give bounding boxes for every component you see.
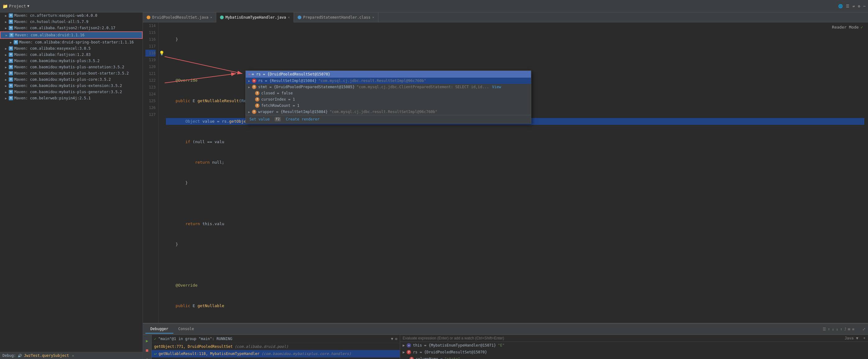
sidebar-item-label: Maven: com.baomidou:mybatis-plus-generat… [14,90,122,94]
arrow-icon: ▶ [5,59,7,63]
watch-item-this[interactable]: ▶ = this = {MybatisEnumTypeHandler@15071… [400,342,868,349]
tab-label-prepared: PreparedStatementHandler.class [303,15,371,20]
debug-icon-7[interactable]: ⊞ [848,327,850,331]
tab-mybatis[interactable]: MybatisEnumTypeHandler.java ✕ [216,12,294,22]
field-icon-rs: ∞ [252,78,256,83]
maven-icon: M [9,53,13,57]
sidebar-item-mybatis-plus[interactable]: ▶ M Maven: com.baomidou:mybatis-plus:3.5… [0,58,143,64]
stack-item-getnullable-49[interactable]: getNullableResult:49, MybatisEnumTypeHan… [152,357,400,359]
tab-close-druid[interactable]: ✕ [210,15,212,19]
status-text: "main"@1 in group "main": RUNNING [158,337,232,341]
watch-icon-this: = [407,343,411,348]
code-line-114: } [166,36,864,43]
step-over-icon[interactable]: ⬇ [144,356,151,359]
eval-input[interactable] [403,336,842,340]
sidebar-item-label: Maven: com.baomidou:mybatis-plus-extensi… [14,84,122,88]
stack-item-getobject[interactable]: getObject:771, DruidPooledResultSet (com… [152,343,400,350]
sidebar-item-mybatis-plus-boot[interactable]: ▶ M Maven: com.baomidou:mybatis-plus-boo… [0,70,143,76]
expand-arrow[interactable]: ▶ [403,343,405,348]
expand-arrow[interactable]: ▶ [248,110,250,114]
debug-icon-4[interactable]: ↓ [836,327,838,331]
arrow-icon: ▶ [5,26,7,30]
view-link[interactable]: View [492,85,501,89]
expand-arrow[interactable]: ▶ [248,79,250,83]
sidebar-item-mybatis-plus-gen[interactable]: ▶ M Maven: com.baomidou:mybatis-plus-gen… [0,89,143,95]
tab-druid[interactable]: DruidPooledResultSet.java ✕ [143,12,216,22]
debug-tabs-bar: Debugger Console ☰ ↑ ↓ ↓ ↑ ⤴ ⊞ ≡ ⤢ [143,324,868,335]
eval-dropdown[interactable]: ▼ [856,336,858,340]
tab-debugger[interactable]: Debugger [145,325,173,333]
tooltip-row-wrapper[interactable]: ▶ f wrapper = {ResultSetImpl@15084} "com… [246,109,531,115]
sidebar-item-druid-spring[interactable]: ▶ M Maven: com.alibaba:druid-spring-boot… [0,39,143,45]
expand-arrow[interactable]: ▶ [248,86,250,89]
project-label[interactable]: 📁 Project ▼ [2,4,29,9]
menu-icon[interactable]: ⋯ [863,4,866,8]
sidebar-item-druid-highlighted[interactable]: ▶ M Maven: com.alibaba:druid:1.1.16 [0,31,143,39]
sidebar-item-hutool[interactable]: ▶ M Maven: cn.hutool:hutool-all:5.7.9 [0,19,143,25]
resume-icon[interactable]: ▶ [144,337,151,344]
stack-method: getObject:771, DruidPooledResultSet [154,345,233,349]
sidebar-item-easyexcel[interactable]: ▶ M Maven: com.alibaba:easyexcel:3.0.5 [0,45,143,52]
debug-icon-6[interactable]: ⤴ [844,327,846,331]
code-line-119: if (null == valu [166,138,864,145]
settings-icon[interactable]: ⚙ [858,4,860,8]
tooltip-row-closed[interactable]: f closed = false [246,90,531,96]
sidebar-item-easypoi[interactable]: ▶ M Maven: cn.afterturn:easypoi-web:4.0.… [0,12,143,19]
sidebar-item-label: Maven: com.belerweb:pinyin4j:2.5.1 [14,96,91,100]
watch-value-this: "E" [498,343,505,348]
sidebar-item-fastjson[interactable]: ▶ M Maven: com.alibaba:fastjson:1.2.83 [0,52,143,58]
debug-icon-3[interactable]: ↓ [832,327,834,331]
code-line-120: return null; [166,159,864,166]
filter-icon[interactable]: ▼ [391,337,393,341]
set-value-btn[interactable]: Set value [249,117,270,122]
watch-item-columnname[interactable]: P columnName = "state" [400,356,868,359]
create-renderer-btn[interactable]: Create renderer [286,117,319,122]
debug-icon-8[interactable]: ≡ [852,327,854,331]
sidebar-item-mybatis-plus-core[interactable]: ▶ M Maven: com.baomidou:mybatis-plus-cor… [0,76,143,83]
debug-icon-2[interactable]: ↑ [828,327,830,331]
maven-icon: M [9,77,13,82]
maven-icon: M [9,90,13,94]
tab-icon-druid [147,15,150,19]
code-content: 114 115 116 117 118 119 120 121 122 123 … [143,22,868,323]
globe-icon[interactable]: 🌐 [838,4,843,8]
tooltip-row-cursorindex[interactable]: f cursorIndex = 1 [246,96,531,102]
eval-add-icon[interactable]: + [863,336,866,340]
tab-prepared[interactable]: PreparedStatementHandler.class ✕ [294,12,378,22]
debug-status-bar: ✓ "main"@1 in group "main": RUNNING ▼ ⚙ [152,335,400,343]
tooltip-row-stmt[interactable]: ▶ f stmt = {DruidPooledPreparedStatement… [246,84,531,90]
debug-icon-1[interactable]: ☰ [823,327,826,331]
sidebar-item-pinyin4j[interactable]: ▶ M Maven: com.belerweb:pinyin4j:2.5.1 [0,95,143,101]
debug-label: Debug: [2,353,16,358]
debug-close-icon[interactable]: ✕ [72,354,74,358]
field-name-closed: closed = false [261,91,293,95]
debug-tabs: Debugger Console [145,325,199,333]
tab-console[interactable]: Console [173,325,199,333]
editor-area: DruidPooledResultSet.java ✕ MybatisEnumT… [143,12,868,323]
sidebar-item-mybatis-plus-ext[interactable]: ▶ M Maven: com.baomidou:mybatis-plus-ext… [0,83,143,89]
tab-console-label: Console [178,327,194,331]
debug-icon-5[interactable]: ↑ [840,327,842,331]
stack-item-getnullable-118[interactable]: ↩ getNullableResult:118, MybatisEnumType… [152,350,400,357]
sidebar-item-mybatis-plus-annotation[interactable]: ▶ M Maven: com.baomidou:mybatis-plus-ann… [0,64,143,70]
project-dropdown-icon[interactable]: ▼ [27,4,30,8]
gutter [158,22,165,323]
arrow-icon: ▶ [6,34,7,37]
tooltip-row-rs[interactable]: ▶ ∞ rs = {ResultSetImpl@15084} "com.mysq… [246,78,531,84]
tab-close-prepared[interactable]: ✕ [372,15,374,19]
field-icon-wrapper: f [252,110,256,114]
debug-expand-icon[interactable]: ⤢ [862,327,866,331]
settings-icon[interactable]: ⚙ [395,337,397,341]
debug-session-name[interactable]: JwzTest.querySubject [24,353,69,358]
line-numbers: 114 115 116 117 118 119 120 121 122 123 … [143,22,158,323]
watch-item-rs[interactable]: ▶ P rs = {DruidPooledResultSet@15070} [400,349,868,356]
field-icon-cursorindex: f [255,97,259,102]
split-icon[interactable]: ⇌ [852,4,855,8]
expand-arrow[interactable]: ▶ [403,350,405,354]
sidebar-item-fastjson2[interactable]: ▶ M Maven: com.alibaba.fastjson2:fastjso… [0,25,143,31]
tab-close-mybatis[interactable]: ✕ [288,15,290,19]
layout-icon[interactable]: ☰ [846,4,849,8]
stop-icon[interactable]: ■ [144,347,151,353]
tooltip-row-fetchrowcount[interactable]: f fetchRowCount = 1 [246,102,531,109]
watch-icon-rs: P [407,350,411,354]
